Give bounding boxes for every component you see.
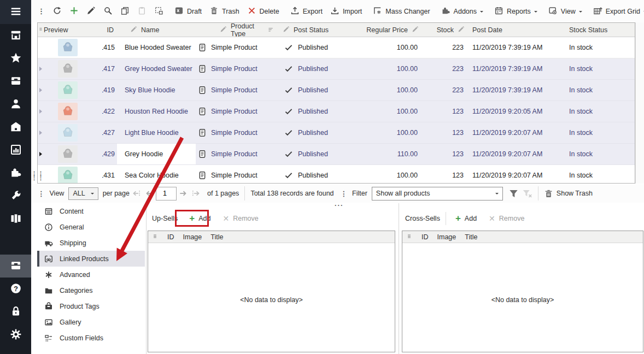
name-cell[interactable]: Grey Hoodie (117, 144, 196, 164)
show-trash-label[interactable]: Show Trash (557, 190, 593, 197)
splitter-grip-vertical[interactable]: ⋮⋮⋮⋮ (31, 172, 44, 180)
upsells-add-button[interactable]: + Add (183, 210, 216, 226)
prev-page-button[interactable] (144, 188, 154, 198)
sidebar-item-addons[interactable] (0, 162, 31, 185)
type-cell[interactable]: Simple Product (196, 165, 277, 184)
id-cell[interactable]: 1429 (102, 144, 117, 164)
paste-button[interactable] (133, 3, 150, 20)
page-number-input[interactable] (156, 187, 177, 200)
column-header-status[interactable]: Post Status (277, 23, 353, 37)
id-cell[interactable]: 1427 (102, 122, 117, 143)
preview-cell[interactable] (44, 80, 102, 101)
crosssells-remove-button[interactable]: ✕ Remove (483, 210, 530, 226)
delete-button[interactable]: Delete (243, 3, 283, 20)
sidebar-item-tools[interactable] (0, 185, 31, 208)
price-cell[interactable]: 100.00 (353, 37, 426, 58)
product-row-1417[interactable]: 1417Grey Hooded SweaterSimple ProductPub… (38, 58, 635, 80)
name-cell[interactable]: Grey Hooded Sweater (117, 58, 196, 79)
tab-product-tags[interactable]: Product Tags (37, 298, 145, 314)
column-header-price[interactable]: Regular Price (353, 23, 426, 37)
crosssells-add-button[interactable]: + Add (449, 210, 483, 226)
column-header-stock[interactable]: Stock (426, 23, 470, 37)
sidebar-item-reports[interactable] (0, 139, 31, 162)
stock-status-cell[interactable]: In stock (567, 122, 635, 143)
status-cell[interactable]: Published (277, 37, 353, 58)
tab-shipping[interactable]: Shipping (37, 235, 145, 251)
splitter-grip-horizontal[interactable]: ... (335, 200, 343, 208)
column-header-preview[interactable]: Preview (44, 23, 102, 37)
product-row-1431[interactable]: 1431Sea Color HoodieSimple ProductPublis… (38, 165, 635, 184)
refresh-button[interactable] (49, 3, 66, 20)
filter-grip[interactable]: ⋮ (341, 190, 348, 198)
stock-status-cell[interactable]: In stock (567, 37, 635, 58)
addons-menu-button[interactable]: Addons (437, 3, 487, 20)
type-cell[interactable]: Simple Product (196, 144, 277, 164)
product-row-1415[interactable]: 1415Blue Hooded SweaterSimple ProductPub… (38, 37, 635, 58)
date-cell[interactable]: 11/20/2019 7:39:19 AM (470, 37, 567, 58)
mass-changer-button[interactable]: Mass Changer (369, 3, 434, 20)
preview-cell[interactable] (44, 144, 102, 164)
export-grid-menu-button[interactable]: Export Grid (589, 3, 644, 20)
status-cell[interactable]: Published (277, 58, 353, 79)
sidebar-item-store[interactable] (0, 24, 31, 47)
type-cell[interactable]: Simple Product (196, 58, 277, 79)
id-cell[interactable]: 1417 (102, 58, 117, 79)
stock-cell[interactable]: 123 (426, 165, 470, 184)
price-cell[interactable]: 100.00 (353, 101, 426, 122)
price-cell[interactable]: 100.00 (353, 165, 426, 184)
apply-filter-icon[interactable] (508, 188, 519, 199)
sidebar-item-help[interactable]: ? (0, 278, 31, 300)
sidebar-item-settings[interactable] (0, 323, 31, 346)
export-button[interactable]: Export (286, 3, 326, 20)
preview-cell[interactable] (44, 37, 102, 58)
upsells-col-id[interactable]: ID (167, 233, 174, 241)
import-button[interactable]: Import (326, 3, 366, 20)
type-cell[interactable]: Simple Product (196, 122, 277, 143)
crosssells-col-image[interactable]: Image (437, 233, 456, 241)
price-cell[interactable]: 110.00 (353, 144, 426, 164)
name-cell[interactable]: Sea Color Hoodie (117, 165, 196, 184)
edit-product-button[interactable] (83, 3, 99, 20)
sidebar-item-products[interactable] (0, 70, 31, 93)
preview-cell[interactable] (44, 122, 102, 143)
date-cell[interactable]: 11/20/2019 7:39:19 AM (470, 58, 567, 79)
column-header-date[interactable]: Post Date (470, 23, 567, 37)
hamburger-menu-button[interactable] (0, 0, 31, 24)
column-header-id[interactable]: ID (102, 23, 117, 37)
last-page-button[interactable] (191, 188, 201, 198)
next-page-button[interactable] (178, 188, 188, 198)
product-row-1427[interactable]: 1427Light Blue HoodieSimple ProductPubli… (38, 122, 635, 144)
sidebar-item-orders[interactable] (0, 116, 31, 139)
status-cell[interactable]: Published (277, 101, 353, 122)
sidebar-item-store-manager[interactable] (0, 255, 31, 278)
type-cell[interactable]: Simple Product (196, 101, 277, 122)
stock-cell[interactable]: 223 (426, 80, 470, 101)
stock-status-cell[interactable]: In stock (567, 101, 635, 122)
stock-cell[interactable]: 123 (426, 122, 470, 143)
status-cell[interactable]: Published (277, 144, 353, 164)
tab-content[interactable]: Content (37, 203, 145, 219)
sidebar-item-security[interactable] (0, 300, 31, 323)
column-header-stock_status[interactable]: Stock Status (567, 23, 635, 37)
price-cell[interactable]: 100.00 (353, 80, 426, 101)
preview-cell[interactable] (44, 58, 102, 79)
price-cell[interactable]: 100.00 (353, 58, 426, 79)
crosssells-col-title[interactable]: Title (465, 233, 477, 241)
per-page-select[interactable]: ALL (68, 187, 98, 200)
tab-linked-products[interactable]: Linked Products (37, 251, 145, 267)
search-button[interactable] (99, 3, 116, 20)
trash-button[interactable]: Trash (206, 3, 243, 20)
product-row-1419[interactable]: 1419Sky Blue HoodieSimple ProductPublish… (38, 80, 635, 101)
product-row-1429[interactable]: 1429Grey HoodieSimple ProductPublished11… (38, 144, 635, 165)
date-cell[interactable]: 11/20/2019 7:39:19 AM (470, 80, 567, 101)
pager-grip[interactable]: ⋮ (38, 190, 45, 198)
type-cell[interactable]: Simple Product (196, 37, 277, 58)
date-cell[interactable]: 11/20/2019 9:20:07 AM (470, 165, 567, 184)
column-header-type[interactable]: Product Type (196, 23, 277, 37)
stock-status-cell[interactable]: In stock (567, 80, 635, 101)
product-row-1422[interactable]: 1422Houston Red HoodieSimple ProductPubl… (38, 101, 635, 122)
status-cell[interactable]: Published (277, 122, 353, 143)
tab-gallery[interactable]: Gallery (37, 314, 145, 330)
select-region-button[interactable] (150, 3, 167, 20)
type-cell[interactable]: Simple Product (196, 80, 277, 101)
